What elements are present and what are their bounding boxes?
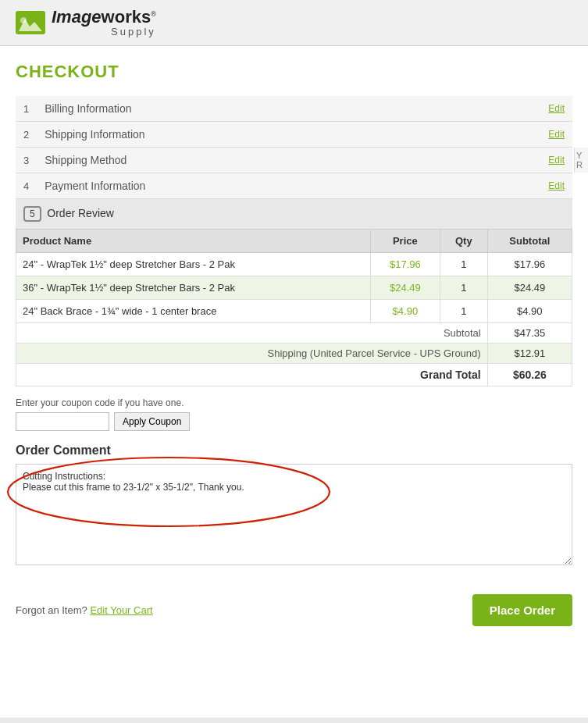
logo-text: Imageworks® Supply — [52, 8, 156, 37]
table-row: 24" Back Brace - 1¾" wide - 1 center bra… — [16, 300, 572, 323]
col-header-qty: Qty — [440, 230, 487, 253]
grand-total-row: Grand Total $60.26 — [16, 364, 572, 386]
logo-supply: Supply — [52, 27, 156, 37]
shipping-value: $12.91 — [487, 344, 572, 364]
step-label-payment: Payment Information — [37, 173, 458, 199]
order-table: Product Name Price Qty Subtotal 24" - Wr… — [16, 229, 572, 386]
step-row-shipping-method: 3 Shipping Method Edit — [16, 148, 572, 173]
step-label-shipping-info: Shipping Information — [37, 122, 458, 148]
product-subtotal: $24.49 — [487, 276, 572, 300]
product-subtotal: $17.96 — [487, 253, 572, 276]
comment-section: Order Comment — [16, 443, 572, 568]
step-row-payment: 4 Payment Information Edit — [16, 173, 572, 199]
active-step-badge: 5 — [23, 206, 41, 222]
svg-point-2 — [20, 17, 27, 23]
page-title: CHECKOUT — [16, 62, 572, 82]
comment-textarea[interactable] — [16, 464, 572, 565]
subtotal-row: Subtotal $47.35 — [16, 323, 572, 344]
site-header: Imageworks® Supply — [0, 0, 588, 46]
logo-imageworks: Imageworks® — [52, 8, 156, 27]
step-num-2: 2 — [16, 122, 37, 148]
apply-coupon-button[interactable]: Apply Coupon — [114, 412, 190, 431]
step-label-shipping-method: Shipping Method — [37, 148, 458, 173]
table-row: 36" - WrapTek 1½" deep Stretcher Bars - … — [16, 276, 572, 300]
product-name: 24" Back Brace - 1¾" wide - 1 center bra… — [16, 300, 371, 323]
edit-cart-link[interactable]: Edit Your Cart — [90, 604, 152, 616]
logo: Imageworks® Supply — [16, 8, 156, 37]
product-name: 24" - WrapTek 1½" deep Stretcher Bars - … — [16, 253, 371, 276]
coupon-row: Apply Coupon — [16, 412, 572, 431]
logo-reg: ® — [151, 10, 156, 18]
grand-total-label: Grand Total — [16, 364, 488, 386]
step-edit-shipping-method[interactable]: Edit — [458, 148, 572, 173]
coupon-label: Enter your coupon code if you have one. — [16, 397, 572, 408]
product-subtotal: $4.90 — [487, 300, 572, 323]
grand-total-value: $60.26 — [487, 364, 572, 386]
col-header-product: Product Name — [16, 230, 371, 253]
comment-title: Order Comment — [16, 443, 572, 458]
product-qty: 1 — [440, 300, 487, 323]
product-name: 36" - WrapTek 1½" deep Stretcher Bars - … — [16, 276, 371, 300]
step-row-order-review: 5 Order Review — [16, 199, 572, 230]
comment-area-wrapper — [16, 464, 572, 568]
col-header-subtotal: Subtotal — [487, 230, 572, 253]
col-header-price: Price — [370, 230, 440, 253]
shipping-row: Shipping (United Parcel Service - UPS Gr… — [16, 344, 572, 364]
logo-icon — [16, 11, 45, 34]
product-price: $4.90 — [370, 300, 440, 323]
product-qty: 1 — [440, 276, 487, 300]
forgot-text: Forgot an Item? Edit Your Cart — [16, 604, 153, 616]
product-price: $24.49 — [370, 276, 440, 300]
step-edit-billing[interactable]: Edit — [458, 96, 572, 122]
coupon-input[interactable] — [16, 412, 109, 431]
sidebar-hint: YR — [574, 148, 588, 173]
step-num-4: 4 — [16, 173, 37, 199]
step-num-3: 3 — [16, 148, 37, 173]
subtotal-label: Subtotal — [16, 323, 488, 344]
coupon-section: Enter your coupon code if you have one. … — [16, 397, 572, 431]
product-price: $17.96 — [370, 253, 440, 276]
step-num-1: 1 — [16, 96, 37, 122]
place-order-button[interactable]: Place Order — [472, 594, 572, 626]
checkout-steps: 1 Billing Information Edit 2 Shipping In… — [16, 96, 572, 229]
shipping-label: Shipping (United Parcel Service - UPS Gr… — [16, 344, 488, 364]
step-edit-shipping-info[interactable]: Edit — [458, 122, 572, 148]
table-row: 24" - WrapTek 1½" deep Stretcher Bars - … — [16, 253, 572, 276]
subtotal-value: $47.35 — [487, 323, 572, 344]
active-step-label: Order Review — [47, 207, 114, 219]
step-row-billing: 1 Billing Information Edit — [16, 96, 572, 122]
step-row-shipping-info: 2 Shipping Information Edit — [16, 122, 572, 148]
footer-row: Forgot an Item? Edit Your Cart Place Ord… — [16, 586, 572, 626]
step-label-billing: Billing Information — [37, 96, 458, 122]
main-content: YR CHECKOUT 1 Billing Information Edit 2… — [0, 46, 588, 718]
step-edit-payment[interactable]: Edit — [458, 173, 572, 199]
product-qty: 1 — [440, 253, 487, 276]
